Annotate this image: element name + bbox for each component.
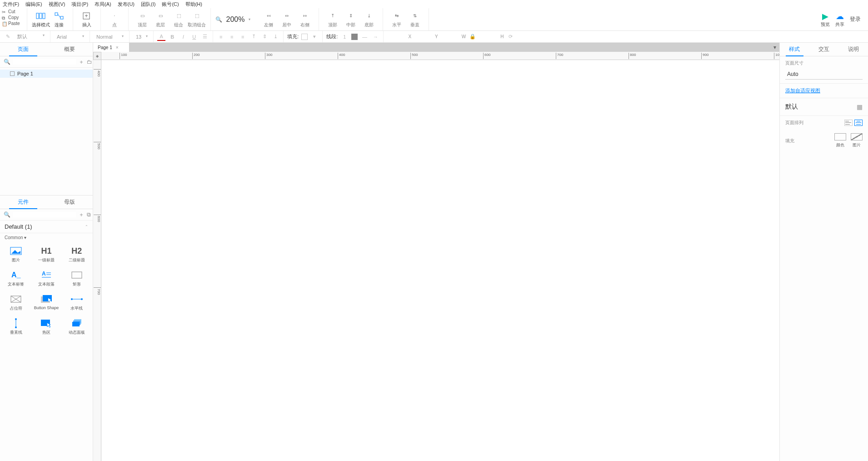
x-input[interactable]	[387, 34, 405, 39]
widget-rect[interactable]: 矩形	[62, 268, 91, 290]
font-weight-dropdown[interactable]: Normal	[94, 33, 125, 40]
menu-team[interactable]: 团队(I)	[141, 1, 155, 8]
page-size-select[interactable]: Auto	[785, 69, 863, 80]
paste-button[interactable]: 📋Paste	[2, 21, 25, 26]
zoom-dropdown-icon[interactable]: ▾	[249, 17, 250, 21]
italic-button[interactable]: I	[179, 33, 187, 41]
align-top-button[interactable]: ⤒顶部	[324, 9, 342, 30]
h-input[interactable]	[479, 34, 498, 39]
menu-file[interactable]: 文件(F)	[3, 1, 19, 8]
zoom-value[interactable]: 200%	[224, 15, 247, 24]
fill-color-button[interactable]	[301, 34, 308, 40]
font-family-dropdown[interactable]: Arial	[54, 33, 86, 40]
ruler-vertical[interactable]: 400500600700	[93, 60, 101, 461]
align-left-button[interactable]: ⤆左侧	[259, 9, 278, 30]
widget-search-input[interactable]	[13, 212, 76, 217]
stroke-color-button[interactable]	[351, 34, 358, 40]
canvas-viewport[interactable]	[101, 60, 779, 461]
library-dropdown[interactable]: Default (1)⌃	[0, 220, 93, 233]
text-align-right-button[interactable]: ≡	[239, 33, 247, 41]
add-adaptive-link[interactable]: 添加自适应视图	[785, 88, 820, 93]
rotate-button[interactable]: ⟳	[506, 33, 514, 41]
stroke-style-button[interactable]: ―	[360, 33, 369, 41]
tab-interact[interactable]: 交互	[809, 43, 839, 56]
font-size-dropdown[interactable]: 13	[133, 33, 150, 40]
fill-more-button[interactable]: ▾	[310, 33, 319, 41]
zoom-control[interactable]: 🔍 200% ▾	[211, 8, 255, 30]
widget-section-common[interactable]: Common ▾	[0, 233, 93, 242]
widget-text-label[interactable]: A_文本标签	[2, 268, 30, 290]
menu-help[interactable]: 帮助(H)	[185, 1, 202, 8]
widget-placeholder[interactable]: 占位符	[2, 292, 30, 314]
page-align-center-button[interactable]	[854, 120, 863, 126]
fill-color-option[interactable]: 颜色	[834, 133, 846, 148]
cut-button[interactable]: ✂Cut	[2, 9, 25, 14]
menu-publish[interactable]: 发布(U)	[118, 1, 135, 8]
text-align-left-button[interactable]: ≡	[217, 33, 225, 41]
text-align-center-button[interactable]: ≡	[228, 33, 236, 41]
page-align-left-button[interactable]	[844, 120, 853, 126]
text-color-button[interactable]: A	[157, 33, 165, 41]
select-mode-button[interactable]: 选择模式	[32, 9, 50, 30]
login-link[interactable]: 登录	[850, 15, 861, 23]
menu-view[interactable]: 视图(V)	[49, 1, 65, 8]
valign-bottom-button[interactable]: ⤓	[271, 33, 279, 41]
ruler-corner[interactable]: ◆	[93, 52, 101, 60]
w-input[interactable]	[441, 34, 459, 39]
page-item-page1[interactable]: Page 1	[0, 70, 93, 78]
menu-layout[interactable]: 布局(A)	[95, 1, 111, 8]
menu-project[interactable]: 项目(P)	[71, 1, 88, 8]
style-preset-dropdown[interactable]: 默认	[15, 32, 46, 41]
menu-edit[interactable]: 编辑(E)	[25, 1, 42, 8]
ungroup-button[interactable]: ⬚取消组合	[188, 9, 206, 30]
align-center-button[interactable]: ⇔居中	[278, 9, 296, 30]
widget-h2[interactable]: H2二级标题	[62, 244, 91, 266]
widget-button[interactable]: Button Shape	[32, 292, 61, 314]
tab-pages[interactable]: 页面	[0, 43, 46, 56]
insert-button[interactable]: +插入	[78, 9, 96, 30]
tab-notes[interactable]: 说明	[838, 43, 868, 56]
bold-button[interactable]: B	[168, 33, 176, 41]
valign-middle-button[interactable]: ⇕	[260, 33, 269, 41]
copy-button[interactable]: ⧉Copy	[2, 15, 25, 20]
style-manager-icon[interactable]: ▦	[857, 103, 863, 110]
menu-account[interactable]: 账号(C)	[162, 1, 179, 8]
widget-vline[interactable]: 垂直线	[2, 316, 30, 338]
tab-style[interactable]: 样式	[780, 43, 809, 56]
canvas-tab-page1[interactable]: Page 1 ×	[93, 43, 130, 52]
tab-masters[interactable]: 母版	[46, 195, 93, 209]
stroke-width-button[interactable]: 1	[340, 33, 349, 41]
library-options-button[interactable]: ⧉	[87, 211, 91, 218]
widget-hline[interactable]: 水平线	[62, 292, 91, 314]
add-folder-button[interactable]: 🗀	[87, 58, 92, 65]
ruler-horizontal[interactable]: 100200300400500600700800900100011001200	[101, 52, 779, 60]
widget-image[interactable]: 图片	[2, 244, 30, 266]
page-search-input[interactable]	[13, 59, 76, 65]
widget-paragraph[interactable]: A文本段落	[32, 268, 61, 290]
dist-v-button[interactable]: ⇅垂直	[406, 9, 424, 30]
fill-image-option[interactable]: 图片	[851, 133, 863, 148]
y-input[interactable]	[414, 34, 432, 39]
dist-h-button[interactable]: ⇆水平	[388, 9, 406, 30]
edit-style-icon[interactable]: ✎	[4, 33, 12, 41]
widget-hotspot[interactable]: 热区	[32, 316, 61, 338]
align-bottom-button[interactable]: ⤓底部	[360, 9, 378, 30]
align-middle-button[interactable]: ⇕中部	[342, 9, 360, 30]
bottom-button[interactable]: ▭底层	[151, 9, 170, 30]
add-page-button[interactable]: ＋	[79, 58, 84, 65]
canvas-tabs-menu-button[interactable]: ▾	[770, 43, 779, 52]
valign-top-button[interactable]: ⤒	[249, 33, 258, 41]
underline-button[interactable]: U	[190, 33, 198, 41]
bullets-button[interactable]: ☰	[201, 33, 209, 41]
group-button[interactable]: ⬚组合	[170, 9, 188, 30]
share-button[interactable]: ☁共享	[835, 11, 844, 28]
lock-aspect-icon[interactable]: 🔒	[469, 33, 477, 41]
arrow-style-button[interactable]: →	[371, 33, 379, 41]
widget-h1[interactable]: H1一级标题	[32, 244, 61, 266]
tab-outline[interactable]: 概要	[46, 43, 93, 56]
tab-widgets[interactable]: 元件	[0, 195, 46, 209]
point-button[interactable]: ·点	[105, 9, 124, 30]
align-right-button[interactable]: ⤇右侧	[296, 9, 314, 30]
preview-button[interactable]: ▶预览	[821, 11, 830, 28]
close-tab-button[interactable]: ×	[116, 45, 119, 50]
